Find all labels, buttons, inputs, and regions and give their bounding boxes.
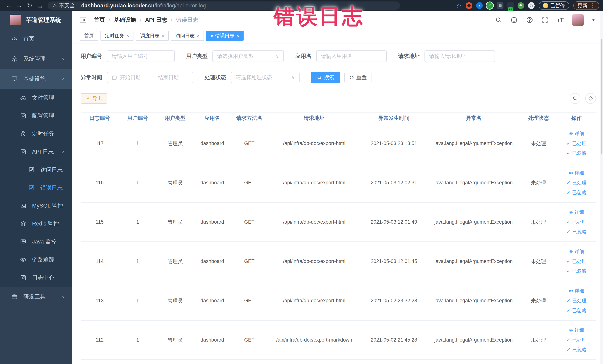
cell-url: /api/infra/db-doc/export-html: [268, 141, 360, 146]
action-已忽略[interactable]: ✓已忽略: [567, 307, 587, 314]
text-input[interactable]: [112, 53, 170, 59]
cell-method: GET: [231, 258, 268, 264]
bookmark-star-icon[interactable]: ☆: [456, 2, 462, 9]
switch-on-extension-icon[interactable]: on: [507, 2, 514, 9]
sidebar-item-研发工具[interactable]: 研发工具∨: [0, 287, 72, 307]
fullscreen-icon[interactable]: [542, 17, 548, 23]
action-已处理[interactable]: ✓已处理: [567, 297, 587, 304]
action-详细[interactable]: 详细: [569, 130, 584, 137]
toggle-search-icon-button[interactable]: [570, 93, 580, 104]
sidebar-item-链路追踪[interactable]: 链路追踪: [0, 251, 72, 269]
action-详细[interactable]: 详细: [569, 327, 584, 333]
sidebar-item-错误日志[interactable]: 错误日志: [0, 179, 72, 197]
应用名-input[interactable]: [316, 50, 387, 62]
action-已忽略[interactable]: ✓已忽略: [567, 229, 587, 235]
action-已处理[interactable]: ✓已处理: [567, 219, 587, 225]
filter-field-请求地址: 请求地址: [398, 50, 495, 62]
browser-update-button[interactable]: 更新 ⋮: [573, 1, 599, 10]
date-range-picker[interactable]: 开始日期 - 结束日期: [107, 72, 193, 83]
action-已处理[interactable]: ✓已处理: [567, 337, 587, 343]
cell-user_type: 管理员: [157, 179, 194, 186]
cell-status: 未处理: [520, 297, 557, 304]
tab-错误日志[interactable]: 错误日志×: [206, 31, 244, 41]
breadcrumb-item[interactable]: 首页: [94, 16, 105, 24]
status-select[interactable]: 请选择处理状态 ∨: [231, 72, 300, 83]
font-size-icon[interactable]: ᴛT: [557, 16, 564, 23]
tag-view-bar: 首页定时任务×调度日志×访问日志×错误日志×: [72, 29, 603, 43]
cell-time: 2021-05-03 12:01:45: [360, 258, 427, 264]
action-已忽略[interactable]: ✓已忽略: [567, 189, 587, 196]
action-已忽略[interactable]: ✓已忽略: [567, 268, 587, 274]
sidebar-item-MySQL-监控[interactable]: MySQL 监控: [0, 197, 72, 215]
app-logo-row[interactable]: 芋道管理系统: [0, 11, 72, 29]
tab-首页[interactable]: 首页: [80, 31, 98, 41]
action-详细[interactable]: 详细: [569, 248, 584, 255]
breadcrumb-item[interactable]: API 日志: [145, 16, 167, 24]
user-avatar[interactable]: [572, 14, 584, 26]
column-header-用户类型: 用户类型: [157, 115, 194, 122]
tab-定时任务[interactable]: 定时任务×: [101, 31, 133, 41]
action-已处理[interactable]: ✓已处理: [567, 258, 587, 265]
sidebar-item-日志中心[interactable]: 日志中心: [0, 269, 72, 287]
请求地址-input[interactable]: [425, 50, 495, 62]
orange-ring-extension-icon[interactable]: [466, 2, 472, 9]
help-question-icon[interactable]: [526, 16, 533, 23]
paused-extension-pill[interactable]: 已暂停: [539, 1, 569, 10]
puzzle-extension-icon[interactable]: ⬡: [528, 2, 534, 9]
action-已处理[interactable]: ✓已处理: [567, 140, 587, 147]
browser-forward-icon[interactable]: →: [14, 1, 24, 10]
github-icon[interactable]: [510, 16, 518, 23]
search-button[interactable]: 搜索: [311, 72, 340, 83]
sidebar-item-基础设施[interactable]: 基础设施∧: [0, 69, 72, 89]
close-tab-icon[interactable]: ×: [237, 33, 239, 38]
close-tab-icon[interactable]: ×: [162, 33, 164, 38]
text-input[interactable]: [321, 53, 382, 59]
sidebar-item-配置管理[interactable]: 配置管理: [0, 107, 72, 125]
breadcrumb-item[interactable]: 基础设施: [114, 16, 136, 24]
cell-user_type: 管理员: [157, 297, 194, 304]
cell-method: GET: [231, 298, 268, 304]
tab-访问日志[interactable]: 访问日志×: [171, 31, 204, 41]
sidebar-item-API-日志[interactable]: API 日志∧: [0, 143, 72, 161]
user-menu-caret-icon[interactable]: ▾: [592, 17, 595, 23]
check-icon: ✓: [567, 308, 570, 313]
leaf-extension-icon[interactable]: ☘: [518, 2, 524, 9]
search-icon[interactable]: [495, 17, 502, 23]
sidebar-item-Redis-监控[interactable]: Redis 监控: [0, 215, 72, 233]
sidebar-item-访问日志[interactable]: 访问日志: [0, 161, 72, 179]
close-tab-icon[interactable]: ×: [197, 33, 199, 38]
security-label[interactable]: 不安全: [59, 2, 75, 9]
grid-extension-icon[interactable]: ▦: [497, 2, 503, 9]
text-input[interactable]: [429, 53, 490, 59]
page-scrollbar[interactable]: [600, 11, 603, 364]
green-check-extension-icon[interactable]: ✓: [487, 2, 493, 9]
tab-label: 调度日志: [140, 33, 159, 39]
action-已忽略[interactable]: ✓已忽略: [567, 347, 587, 353]
blue-shield-extension-icon[interactable]: ▼: [476, 2, 483, 9]
sidebar-item-首页[interactable]: 首页: [0, 29, 72, 49]
action-详细[interactable]: 详细: [569, 288, 584, 294]
用户编号-input[interactable]: [107, 50, 175, 62]
sidebar-item-系统管理[interactable]: 系统管理∨: [0, 49, 72, 69]
export-button[interactable]: 导出: [81, 93, 107, 104]
sidebar-item-定时任务[interactable]: 定时任务: [0, 125, 72, 143]
action-已处理[interactable]: ✓已处理: [567, 179, 587, 186]
browser-menu-kebab-icon[interactable]: ⋮: [589, 2, 595, 9]
tab-调度日志[interactable]: 调度日志×: [136, 31, 169, 41]
sidebar-item-Java-监控[interactable]: Java 监控: [0, 233, 72, 251]
row-action-links: 详细✓已处理✓已忽略: [558, 170, 594, 196]
collapse-sidebar-icon[interactable]: [79, 16, 87, 24]
sidebar-item-文件管理[interactable]: 文件管理: [0, 89, 72, 107]
browser-home-icon[interactable]: ⌂: [35, 1, 45, 10]
scrollbar-thumb[interactable]: [601, 39, 603, 154]
reset-button[interactable]: 重置: [344, 72, 371, 83]
action-详细[interactable]: 详细: [569, 170, 584, 176]
cell-user_id: 1: [119, 141, 157, 146]
browser-back-icon[interactable]: ←: [4, 1, 14, 10]
用户类型-select[interactable]: 请选择用户类型∨: [212, 50, 284, 62]
close-tab-icon[interactable]: ×: [127, 33, 129, 38]
browser-reload-icon[interactable]: ↻: [24, 1, 35, 10]
refresh-table-icon-button[interactable]: [585, 93, 596, 104]
action-已忽略[interactable]: ✓已忽略: [567, 150, 587, 156]
action-详细[interactable]: 详细: [569, 209, 584, 215]
